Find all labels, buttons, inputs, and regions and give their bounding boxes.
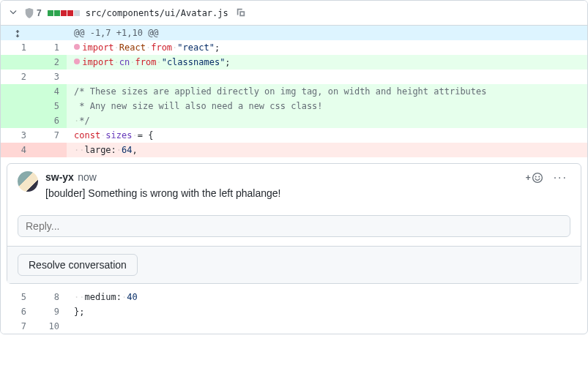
code-cell: }; [67, 304, 587, 319]
code-cell: import·cn·from·"classnames"; [67, 55, 587, 70]
avatar[interactable] [18, 171, 38, 192]
comment-author[interactable]: sw-yx [45, 171, 74, 183]
new-line-num[interactable]: 10 [34, 319, 67, 334]
svg-point-1 [535, 176, 536, 177]
new-line-num[interactable]: 6 [34, 113, 67, 128]
old-line-num[interactable] [1, 113, 34, 128]
comment-menu-icon[interactable]: ··· [551, 171, 570, 184]
new-line-num[interactable]: 8 [34, 290, 67, 304]
checks-badge[interactable]: 7 [24, 8, 42, 18]
code-cell: ··medium:·40 [67, 290, 587, 304]
old-line-num[interactable]: 4 [1, 143, 34, 157]
new-line-num[interactable]: 3 [34, 70, 67, 84]
diff-container: 7 src/components/ui/Avatar.js @@ -1,7 +1… [0, 0, 588, 334]
new-line-num[interactable]: 4 [34, 84, 67, 99]
diff-line[interactable]: 11 import·React·from·"react"; [1, 40, 587, 55]
new-line-num[interactable]: 9 [34, 304, 67, 319]
code-cell: /* These sizes are applied directly on i… [67, 84, 587, 99]
reply-box [18, 215, 570, 237]
file-path[interactable]: src/components/ui/Avatar.js [86, 8, 228, 18]
svg-point-2 [538, 176, 540, 177]
old-line-num[interactable] [1, 99, 34, 113]
comment-time[interactable]: now [78, 171, 97, 183]
old-line-num[interactable]: 5 [1, 290, 34, 304]
code-cell [67, 70, 587, 84]
new-line-num[interactable]: 5 [34, 99, 67, 113]
new-line-num[interactable]: 1 [34, 40, 67, 55]
old-line-num[interactable] [1, 84, 34, 99]
expand-icon[interactable] [1, 26, 34, 40]
old-line-num[interactable]: 2 [1, 70, 34, 84]
diff-line[interactable]: 2 import·cn·from·"classnames"; [1, 55, 587, 70]
hunk-header: @@ -1,7 +1,10 @@ [1, 26, 587, 40]
code-cell: ·*/ [67, 113, 587, 128]
diff-line[interactable]: 6·*/ [1, 113, 587, 128]
diff-line[interactable]: 4/* These sizes are applied directly on … [1, 84, 587, 99]
comment-body: [boulder] Something is wrong with the le… [45, 187, 518, 199]
old-line-num[interactable]: 7 [1, 319, 34, 334]
file-header: 7 src/components/ui/Avatar.js [1, 1, 587, 26]
old-line-num[interactable]: 1 [1, 40, 34, 55]
new-line-num[interactable]: 7 [34, 128, 67, 143]
diff-table-top: @@ -1,7 +1,10 @@ 11 import·React·from·"r… [1, 26, 587, 157]
code-cell: import·React·from·"react"; [67, 40, 587, 55]
old-line-num[interactable]: 6 [1, 304, 34, 319]
old-line-num[interactable] [1, 55, 34, 70]
diff-line[interactable]: 710 [1, 319, 587, 334]
code-cell: * Any new size will also need a new css … [67, 99, 587, 113]
diff-line[interactable]: 23 [1, 70, 587, 84]
copy-path-icon[interactable] [236, 7, 246, 19]
diff-line[interactable]: 58··medium:·40 [1, 290, 587, 304]
new-line-num[interactable] [34, 143, 67, 157]
diff-line[interactable]: 4··large:·64, [1, 143, 587, 157]
checks-count: 7 [37, 8, 42, 18]
resolve-conversation-button[interactable]: Resolve conversation [18, 254, 138, 276]
svg-point-0 [532, 173, 542, 183]
code-cell: ··large:·64, [67, 143, 587, 157]
review-conversation: sw-yx now [boulder] Something is wrong w… [7, 163, 581, 284]
diff-line[interactable]: 5 * Any new size will also need a new cs… [1, 99, 587, 113]
reply-input[interactable] [18, 215, 570, 237]
collapse-chevron-icon[interactable] [8, 7, 18, 19]
add-reaction-button[interactable]: + [526, 172, 543, 184]
code-cell: const·sizes·= { [67, 128, 587, 143]
old-line-num[interactable]: 3 [1, 128, 34, 143]
code-cell [67, 319, 587, 334]
new-line-num[interactable]: 2 [34, 55, 67, 70]
diff-stat-bars [48, 10, 80, 16]
diff-table-bottom: 58··medium:·4069};710 [1, 290, 587, 334]
diff-line[interactable]: 69}; [1, 304, 587, 319]
diff-line[interactable]: 37const·sizes·= { [1, 128, 587, 143]
